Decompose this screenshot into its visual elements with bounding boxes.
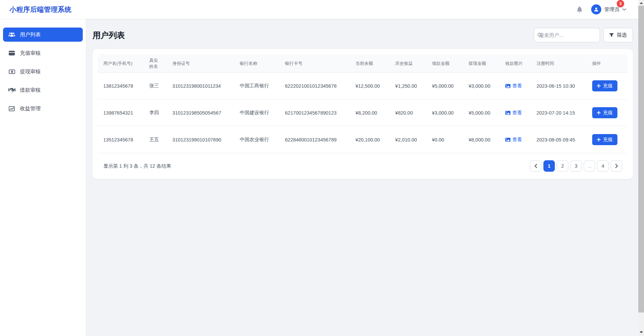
pagination: 123...4: [530, 160, 622, 172]
table-header-row: 用户名(手机号) 真实姓名 身份证号 银行名称 银行卡号 当前余额 历史收益 借…: [98, 54, 628, 73]
cell-profit: ¥2,010.00: [390, 126, 427, 153]
scrollbar-up-arrow-icon[interactable]: [640, 2, 643, 4]
pagination-ellipsis: ...: [584, 160, 595, 172]
bell-icon[interactable]: [577, 6, 582, 13]
user-table: 用户名(手机号) 真实姓名 身份证号 银行名称 银行卡号 当前余额 历史收益 借…: [98, 54, 628, 153]
users-icon: [8, 32, 15, 37]
search-input[interactable]: [534, 28, 600, 42]
user-icon: [594, 7, 599, 12]
column-header-bank-card: 银行卡号: [280, 54, 350, 73]
view-receipt-link[interactable]: 查看: [505, 110, 522, 116]
cell-receipt: 查看: [500, 73, 531, 99]
browser-scrollbar[interactable]: [638, 0, 644, 336]
column-header-idcard: 身份证号: [167, 54, 234, 73]
cell-realname: 王五: [144, 126, 167, 153]
credit-card-icon: [8, 51, 15, 55]
cell-withdraw: ¥5,000.00: [463, 99, 500, 126]
recharge-button[interactable]: 充值: [592, 107, 617, 118]
avatar: [591, 4, 601, 14]
cell-idcard: 310123198001011234: [167, 73, 234, 99]
sidebar-item-profit-management[interactable]: 收益管理: [3, 101, 83, 116]
handshake-icon: [8, 88, 15, 92]
filter-icon: [609, 33, 614, 37]
sidebar-item-loan-review[interactable]: 借款审核: [3, 83, 83, 97]
column-header-profit: 历史收益: [390, 54, 427, 73]
filter-button[interactable]: 筛选: [603, 28, 633, 42]
image-icon: [505, 138, 510, 142]
cell-actions: 充值: [587, 99, 628, 126]
image-icon: [505, 84, 510, 88]
table-body: 13812345678 张三 310123198001011234 中国工商银行…: [98, 73, 628, 153]
cell-idcard: 310123198505054567: [167, 99, 234, 126]
cell-balance: ¥8,200.00: [350, 99, 390, 126]
cell-register-time: 2023-06-15 10:30: [531, 73, 587, 99]
recharge-label: 充值: [603, 83, 613, 89]
results-summary: 显示第 1 到 3 条，共 12 条结果: [103, 163, 171, 169]
table-row: 13812345678 张三 310123198001011234 中国工商银行…: [98, 73, 628, 99]
top-navbar: 小程序后端管理系统 3 管理员: [0, 0, 638, 19]
notification-badge: 3: [617, 0, 624, 7]
view-label: 查看: [512, 110, 522, 116]
plus-icon: [597, 111, 601, 115]
column-header-balance: 当前余额: [350, 54, 390, 73]
pagination-next-button[interactable]: [611, 160, 622, 172]
pagination-page-3[interactable]: 3: [570, 160, 582, 172]
sidebar-item-label: 提现审核: [20, 68, 41, 75]
cell-withdraw: ¥3,000.00: [463, 73, 500, 99]
scrollbar-thumb[interactable]: [638, 6, 644, 312]
cell-username: 13512345678: [98, 126, 144, 153]
recharge-button[interactable]: 充值: [592, 134, 617, 145]
app-title: 小程序后端管理系统: [9, 5, 72, 14]
pagination-prev-button[interactable]: [530, 160, 541, 172]
table-row: 13512345678 王五 310123199010107890 中国农业银行…: [98, 126, 628, 153]
sidebar-item-label: 收益管理: [20, 105, 41, 112]
column-header-receipt: 收款图片: [500, 54, 531, 73]
column-header-realname: 真实姓名: [144, 54, 167, 73]
plus-icon: [597, 138, 601, 141]
user-menu[interactable]: 3 管理员: [591, 4, 626, 14]
chevron-left-icon: [534, 164, 537, 168]
search-box: [534, 28, 600, 42]
table-row: 13987654321 李四 310123198505054567 中国建设银行…: [98, 99, 628, 126]
sidebar-item-recharge-review[interactable]: 充值审核: [3, 46, 83, 60]
sidebar-item-user-list[interactable]: 用户列表: [3, 28, 83, 42]
cell-loan: ¥0.00: [427, 126, 463, 153]
cell-loan: ¥5,000.00: [427, 73, 463, 99]
cell-bank-name: 中国建设银行: [235, 99, 280, 126]
pagination-page-2[interactable]: 2: [557, 160, 568, 172]
cell-receipt: 查看: [500, 99, 531, 126]
toolbar: 筛选: [534, 28, 633, 42]
recharge-label: 充值: [603, 136, 613, 143]
recharge-label: 充值: [603, 110, 613, 116]
cell-realname: 李四: [144, 99, 167, 126]
cell-username: 13987654321: [98, 99, 144, 126]
pagination-pages: 123...4: [543, 160, 609, 172]
cell-profit: ¥1,250.00: [390, 73, 427, 99]
sidebar-item-label: 用户列表: [20, 31, 41, 38]
cell-bank-card: 6228480010123456789: [280, 126, 350, 153]
cell-balance: ¥20,100.00: [350, 126, 390, 153]
user-name: 管理员: [604, 6, 619, 13]
sidebar: 用户列表 充值审核 提现审核 借款审核 收益管理: [0, 19, 86, 336]
scrollbar-down-arrow-icon[interactable]: [640, 331, 643, 333]
sidebar-item-withdraw-review[interactable]: 提现审核: [3, 65, 83, 79]
cell-receipt: 查看: [500, 126, 531, 153]
sidebar-item-label: 充值审核: [20, 50, 41, 57]
view-receipt-link[interactable]: 查看: [505, 83, 522, 89]
view-receipt-link[interactable]: 查看: [505, 136, 522, 143]
cell-idcard: 310123199010107890: [167, 126, 234, 153]
column-header-withdraw: 提现金额: [463, 54, 500, 73]
cell-actions: 充值: [587, 73, 628, 99]
recharge-button[interactable]: 充值: [592, 80, 617, 91]
main-content: 用户列表 筛选 用: [86, 19, 638, 336]
user-table-card: 用户名(手机号) 真实姓名 身份证号 银行名称 银行卡号 当前余额 历史收益 借…: [93, 49, 633, 179]
cell-bank-card: 6217001234567890123: [280, 99, 350, 126]
pagination-page-4[interactable]: 4: [597, 160, 609, 172]
filter-label: 筛选: [617, 32, 627, 38]
pagination-page-1[interactable]: 1: [543, 160, 555, 172]
column-header-register-time: 注册时间: [531, 54, 587, 73]
column-header-actions: 操作: [587, 54, 628, 73]
cell-bank-card: 6222021001012345678: [280, 73, 350, 99]
column-header-username: 用户名(手机号): [98, 54, 144, 73]
chevron-right-icon: [615, 164, 618, 168]
